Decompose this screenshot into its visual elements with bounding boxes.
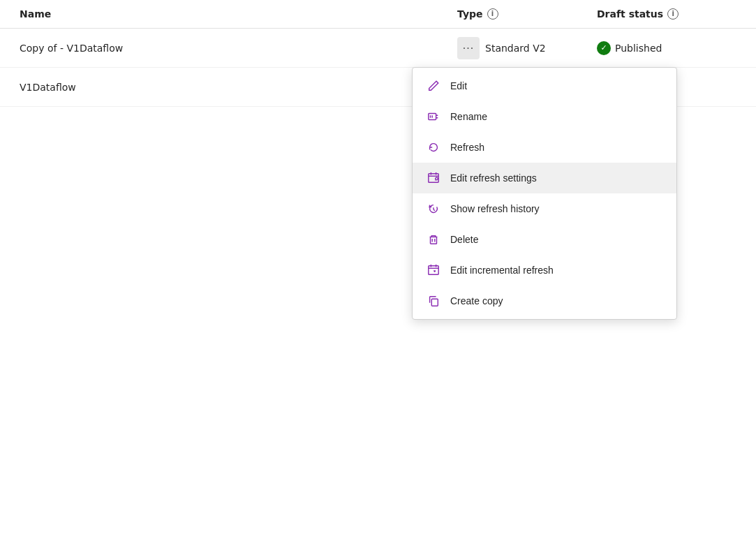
menu-label-edit-refresh: Edit refresh settings [450, 172, 537, 184]
draft-info-icon: i [667, 8, 679, 20]
edit-icon [427, 79, 440, 93]
menu-item-refresh[interactable]: Refresh [413, 132, 676, 163]
svg-rect-9 [431, 237, 437, 244]
context-menu: Edit Rename Refresh [412, 67, 677, 320]
menu-item-rename[interactable]: Rename [413, 101, 676, 132]
menu-label-incremental: Edit incremental refresh [450, 265, 554, 276]
incremental-refresh-icon [427, 263, 440, 277]
history-icon [427, 202, 440, 216]
menu-label-rename: Rename [450, 111, 487, 122]
more-options-button[interactable]: ··· [457, 37, 480, 59]
row-draft-1: Published [597, 41, 736, 55]
row-name-1: Copy of - V1Dataflow [20, 43, 457, 54]
menu-label-edit: Edit [450, 80, 467, 91]
published-label-1: Published [615, 43, 662, 54]
published-status-1: Published [597, 41, 662, 55]
rename-icon [427, 110, 440, 124]
row-type-1: Standard V2 [485, 43, 546, 54]
row-type-area-1: ··· Standard V2 [457, 37, 597, 59]
menu-label-delete: Delete [450, 234, 478, 245]
refresh-icon [427, 140, 440, 154]
svg-rect-3 [429, 174, 438, 183]
row-name-2: V1Dataflow [20, 82, 457, 93]
menu-item-show-history[interactable]: Show refresh history [413, 193, 676, 224]
svg-line-8 [433, 209, 435, 211]
header-name: Name [20, 8, 457, 20]
edit-refresh-icon [427, 171, 440, 185]
menu-item-incremental[interactable]: Edit incremental refresh [413, 255, 676, 286]
delete-icon [427, 232, 440, 246]
menu-label-show-history: Show refresh history [450, 203, 540, 214]
menu-item-create-copy[interactable]: Create copy [413, 286, 676, 316]
header-draft-status: Draft status i [597, 8, 736, 20]
copy-icon [427, 294, 440, 308]
table-header: Name Type i Draft status i [0, 0, 756, 29]
menu-label-refresh: Refresh [450, 142, 484, 153]
header-type: Type i [457, 8, 597, 20]
menu-item-edit-refresh[interactable]: Edit refresh settings [413, 163, 676, 193]
table-row: Copy of - V1Dataflow ··· Standard V2 Pub… [0, 29, 756, 68]
menu-label-create-copy: Create copy [450, 295, 503, 306]
svg-rect-12 [429, 266, 438, 275]
type-info-icon: i [487, 8, 498, 20]
published-icon-1 [597, 41, 611, 55]
svg-rect-16 [431, 299, 438, 306]
menu-item-edit[interactable]: Edit [413, 71, 676, 101]
menu-item-delete[interactable]: Delete [413, 224, 676, 255]
